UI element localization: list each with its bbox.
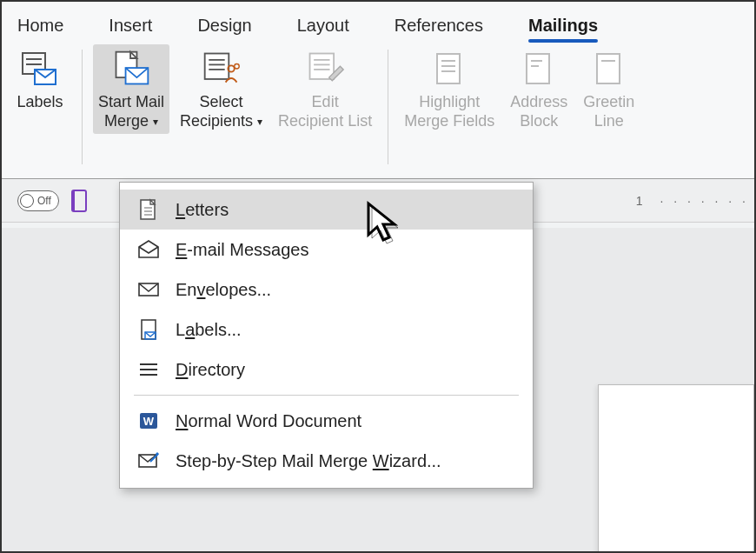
tab-references[interactable]: References [395,16,483,36]
word-icon: W [137,410,160,432]
greeting-line-icon [589,50,629,88]
group-create: Labels [2,44,78,116]
start-mail-merge-l1: Start Mail [98,93,164,112]
menu-normal-word-label: Normal Word Document [176,411,361,431]
directory-icon [137,358,160,381]
edit-recipient-list-l2: Recipient List [278,112,372,131]
menu-envelopes-label: Envelopes... [176,280,271,300]
ruler: 1 · · · · · · · [636,194,749,208]
highlight-mf-l1: Highlight [419,93,480,112]
menu-wizard-label: Step-by-Step Mail Merge Wizard... [176,451,441,471]
select-recipients-l1: Select [200,93,243,112]
envelope-icon [137,278,160,301]
greeting-line-button: Greetin Line [578,44,640,134]
address-block-icon [519,50,559,88]
svg-rect-20 [527,54,549,83]
start-mail-merge-l2: Merge [104,112,149,130]
menu-divider [134,395,519,396]
edit-recipient-list-icon [305,50,345,88]
greeting-line-l1: Greetin [583,93,634,112]
envelope-open-icon [137,238,160,261]
svg-point-11 [234,63,239,69]
address-block-button: Address Block [505,44,573,134]
tab-mailings[interactable]: Mailings [528,16,598,36]
address-block-l2: Block [520,112,558,131]
wizard-icon [137,450,160,472]
ribbon: te Write & Labels [2,44,754,179]
tab-home[interactable]: Home [17,16,63,36]
greeting-line-l2: Line [594,112,624,131]
select-recipients-l2: Recipients [180,112,253,130]
highlight-merge-fields-icon [429,50,469,88]
labels-icon [20,50,60,88]
address-block-l1: Address [510,93,567,112]
document-page[interactable] [598,384,754,553]
labels-button[interactable]: Labels [9,44,71,116]
document-icon [137,198,160,221]
toggle-label: Off [37,195,51,207]
svg-rect-30 [142,320,156,339]
menu-normal-word-document[interactable]: W Normal Word Document [120,401,533,441]
tab-layout[interactable]: Layout [297,16,349,36]
start-mail-merge-icon [111,50,151,88]
select-recipients-button[interactable]: Select Recipients ▾ [175,44,268,134]
mouse-cursor-icon [365,200,405,247]
chevron-down-icon: ▾ [153,116,158,128]
svg-rect-6 [204,54,229,79]
start-mail-merge-button[interactable]: Start Mail Merge ▾ [93,44,169,134]
tab-insert[interactable]: Insert [109,16,152,36]
highlight-merge-fields-button: Highlight Merge Fields [399,44,500,134]
group-start-mail-merge: Start Mail Merge ▾ Select Recipients ▾ [86,44,384,134]
ribbon-tabs: Home Insert Design Layout References Mai… [2,2,754,44]
edit-recipient-list-l1: Edit [312,93,339,112]
labels-label: Labels [17,93,63,112]
edit-recipient-list-button: Edit Recipient List [273,44,377,134]
svg-rect-12 [310,54,335,79]
start-mail-merge-dropdown: Letters E-mail Messages Envelopes... Lab… [119,182,534,489]
svg-rect-23 [597,54,620,83]
separator-2 [388,50,388,164]
tab-design[interactable]: Design [197,16,251,36]
group-write-insert: Highlight Merge Fields Address Block Gre… [392,44,647,134]
svg-text:W: W [143,415,155,428]
separator-1 [82,50,83,164]
highlight-mf-l2: Merge Fields [404,112,494,131]
menu-labels-label: Labels... [176,320,242,340]
purple-swatch [71,190,87,212]
menu-email-messages[interactable]: E-mail Messages [120,230,533,270]
menu-letters[interactable]: Letters [120,190,533,230]
menu-email-label: E-mail Messages [176,240,308,260]
select-recipients-icon [202,50,242,88]
menu-envelopes[interactable]: Envelopes... [120,270,533,310]
menu-step-by-step-wizard[interactable]: Step-by-Step Mail Merge Wizard... [120,441,533,481]
label-sheet-icon [137,318,160,341]
menu-directory-label: Directory [176,360,245,380]
toggle-knob [20,194,34,208]
svg-rect-16 [437,54,460,83]
menu-directory[interactable]: Directory [120,350,533,390]
menu-labels[interactable]: Labels... [120,310,533,350]
toggle-switch[interactable]: Off [17,190,59,211]
chevron-down-icon: ▾ [257,116,262,128]
menu-letters-label: Letters [176,200,229,220]
